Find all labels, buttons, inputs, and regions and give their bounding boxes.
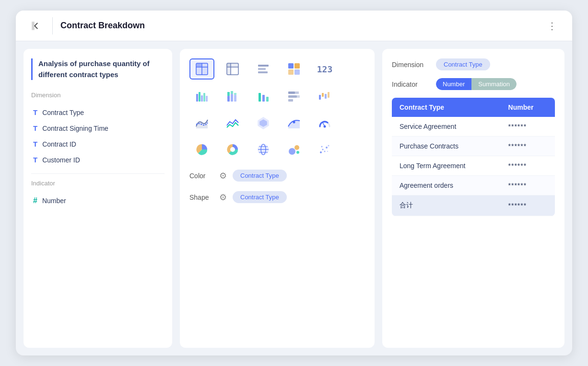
- chart-type-scatter[interactable]: [312, 139, 337, 160]
- chart-type-radar[interactable]: [251, 112, 276, 133]
- svg-point-60: [328, 145, 329, 147]
- color-tag[interactable]: Contract Type: [233, 170, 287, 182]
- chart-type-globe[interactable]: [251, 139, 276, 160]
- svg-point-54: [294, 145, 299, 150]
- svg-rect-39: [322, 93, 324, 97]
- more-button[interactable]: ⋮: [543, 18, 561, 34]
- svg-rect-12: [258, 65, 269, 67]
- table-cell-total-label: 合计: [392, 195, 501, 216]
- svg-rect-28: [234, 95, 236, 102]
- table-cell-type: Long Term Agreement: [392, 156, 501, 176]
- dimension-contract-id[interactable]: T Contract ID: [31, 136, 165, 152]
- svg-rect-25: [227, 92, 230, 96]
- shape-tag[interactable]: Contract Type: [233, 191, 287, 203]
- chart-type-hbar[interactable]: [251, 58, 276, 80]
- svg-rect-31: [262, 95, 265, 102]
- table-cell-type: Service Agreement: [392, 117, 501, 137]
- indicator-secondary-tag[interactable]: Summation: [471, 78, 517, 90]
- chart-title: Analysis of purchase quantity of differe…: [31, 58, 165, 80]
- svg-rect-30: [259, 93, 261, 102]
- chart-type-table[interactable]: [189, 58, 214, 80]
- indicator-section-label: Indicator: [31, 180, 165, 187]
- svg-rect-40: [325, 94, 327, 99]
- svg-rect-24: [227, 96, 230, 102]
- svg-rect-26: [231, 94, 233, 102]
- chart-type-pie[interactable]: [189, 139, 214, 160]
- chart-type-bar-single[interactable]: [251, 85, 276, 106]
- dimension-customer-id[interactable]: T Customer ID: [31, 152, 165, 168]
- main-card: Contract Breakdown ⋮ Analysis of purchas…: [16, 11, 572, 355]
- chart-type-number[interactable]: 123: [312, 58, 337, 80]
- indicator-label-1: Number: [42, 197, 66, 205]
- chart-type-bubble[interactable]: [282, 139, 306, 160]
- dimension-contract-type[interactable]: T Contract Type: [31, 104, 165, 120]
- dimension-label-2: Contract Signing Time: [42, 125, 108, 132]
- color-gear-icon[interactable]: ⚙: [219, 171, 227, 181]
- table-cell-number: ******: [501, 117, 555, 137]
- chart-type-line-area[interactable]: [282, 112, 306, 133]
- indicator-tag-group: Number Summation: [436, 78, 517, 90]
- svg-rect-23: [206, 96, 208, 102]
- svg-rect-37: [288, 99, 293, 102]
- dimension-label-4: Customer ID: [42, 156, 80, 164]
- table-row: Long Term Agreement******: [392, 156, 555, 176]
- svg-point-47: [230, 147, 235, 152]
- svg-point-57: [322, 149, 324, 150]
- svg-point-56: [320, 151, 322, 153]
- table-cell-type: Purchase Contracts: [392, 137, 501, 156]
- svg-rect-5: [197, 64, 201, 67]
- dimension-config-tag[interactable]: Contract Type: [436, 58, 490, 70]
- shape-gear-icon[interactable]: ⚙: [219, 192, 227, 203]
- svg-rect-15: [288, 63, 294, 69]
- chart-type-gauge[interactable]: [312, 112, 337, 133]
- dimension-label-1: Contract Type: [42, 109, 84, 116]
- svg-rect-14: [258, 71, 268, 73]
- indicator-number[interactable]: # Number: [31, 193, 165, 209]
- svg-rect-33: [288, 92, 295, 94]
- dimension-config-row: Dimension Contract Type: [392, 58, 555, 70]
- chart-type-colored-blocks[interactable]: [282, 58, 306, 80]
- svg-rect-17: [288, 69, 294, 75]
- right-panel: Dimension Contract Type Indicator Number…: [382, 49, 564, 348]
- table-row: Purchase Contracts******: [392, 137, 555, 156]
- svg-rect-34: [295, 92, 299, 94]
- table-row: Service Agreement******: [392, 117, 555, 137]
- t-icon-2: T: [33, 124, 37, 132]
- back-button[interactable]: [27, 17, 45, 34]
- left-panel: Analysis of purchase quantity of differe…: [24, 49, 172, 348]
- svg-rect-18: [294, 69, 300, 75]
- color-row: Color ⚙ Contract Type: [189, 170, 365, 182]
- svg-point-59: [326, 147, 328, 149]
- chart-type-donut[interactable]: [220, 139, 245, 160]
- table-header-type: Contract Type: [392, 98, 501, 117]
- table-header-number: Number: [501, 98, 555, 117]
- svg-rect-16: [294, 63, 300, 69]
- hash-icon: #: [33, 196, 37, 205]
- dimension-section-label: Dimension: [31, 92, 165, 99]
- shape-row: Shape ⚙ Contract Type: [189, 191, 365, 203]
- table-row: Agreement orders******: [392, 176, 555, 195]
- chart-type-line-multi[interactable]: [220, 112, 245, 133]
- chart-type-waterfall[interactable]: [312, 85, 337, 106]
- dimension-signing-time[interactable]: T Contract Signing Time: [31, 120, 165, 136]
- chart-type-area[interactable]: [189, 112, 214, 133]
- svg-rect-20: [199, 92, 200, 102]
- svg-rect-10: [231, 63, 238, 67]
- indicator-primary-tag[interactable]: Number: [436, 78, 471, 90]
- dimension-config-label: Dimension: [392, 61, 430, 69]
- table-cell-total-value: ******: [501, 195, 555, 216]
- svg-rect-13: [258, 68, 266, 70]
- t-icon-4: T: [33, 156, 37, 164]
- page-title: Contract Breakdown: [60, 21, 536, 31]
- shape-label: Shape: [189, 194, 213, 201]
- t-icon-1: T: [33, 108, 37, 116]
- svg-point-58: [324, 151, 326, 152]
- dimension-label-3: Contract ID: [42, 140, 76, 148]
- svg-point-61: [321, 146, 323, 148]
- svg-rect-38: [319, 95, 321, 100]
- chart-type-hbar-stacked[interactable]: [282, 85, 306, 106]
- chart-type-cross-table[interactable]: [220, 58, 245, 80]
- chart-type-bar-stacked[interactable]: [220, 85, 245, 106]
- svg-rect-21: [201, 95, 203, 102]
- chart-type-bar-grouped[interactable]: [189, 85, 214, 106]
